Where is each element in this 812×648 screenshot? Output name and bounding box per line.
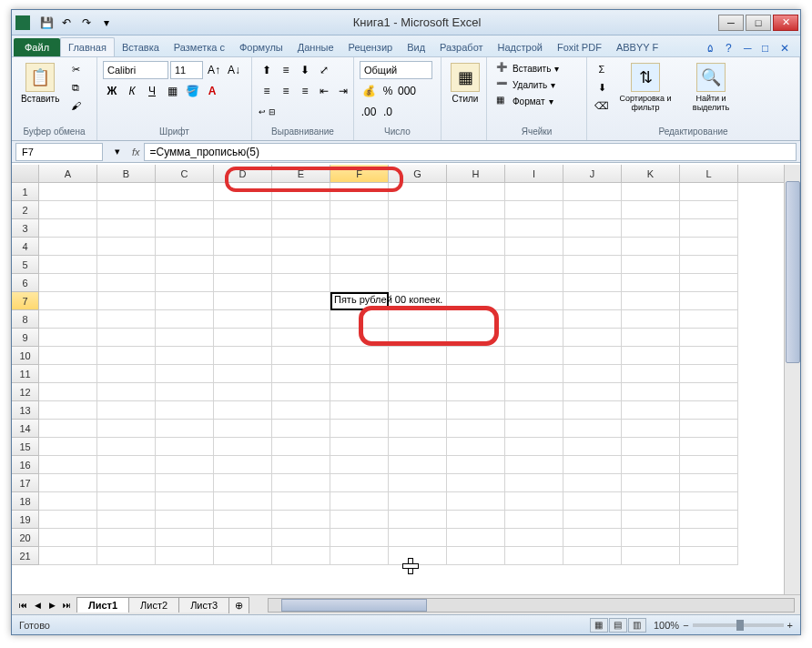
cell-H9[interactable] [447, 329, 505, 347]
cell-J9[interactable] [563, 329, 622, 347]
sheet-nav-next[interactable]: ▶ [45, 598, 59, 613]
cell-D3[interactable] [214, 219, 272, 238]
cell-L6[interactable] [680, 274, 738, 292]
cell-A2[interactable] [39, 201, 97, 219]
cell-D9[interactable] [214, 329, 272, 347]
cell-I18[interactable] [505, 492, 563, 511]
cell-C20[interactable] [156, 529, 214, 547]
row-header-21[interactable]: 21 [12, 547, 39, 565]
percent-button[interactable]: % [379, 82, 397, 100]
column-header-H[interactable]: H [447, 165, 505, 182]
cell-D7[interactable] [214, 292, 272, 310]
cell-F16[interactable] [330, 456, 389, 474]
cell-G2[interactable] [389, 201, 447, 219]
page-layout-view-button[interactable]: ▤ [609, 618, 627, 633]
cell-G1[interactable] [389, 183, 447, 201]
cell-F3[interactable] [330, 219, 389, 238]
cell-H6[interactable] [447, 274, 505, 292]
tab-foxit[interactable]: Foxit PDF [550, 38, 609, 56]
tab-formulas[interactable]: Формулы [232, 38, 290, 56]
cell-I5[interactable] [505, 256, 563, 274]
row-header-11[interactable]: 11 [12, 365, 39, 383]
sheet-nav-last[interactable]: ⏭ [59, 598, 74, 613]
fx-icon[interactable]: fx [132, 147, 140, 157]
cell-A20[interactable] [39, 529, 97, 547]
align-top-button[interactable]: ⬆ [258, 61, 276, 79]
cell-D4[interactable] [214, 238, 272, 256]
cell-K13[interactable] [622, 401, 680, 420]
cell-L5[interactable] [680, 256, 738, 274]
cell-J18[interactable] [563, 492, 622, 511]
cell-D12[interactable] [214, 383, 272, 401]
cell-F18[interactable] [330, 492, 389, 511]
cell-J4[interactable] [563, 238, 622, 256]
cell-F1[interactable] [330, 183, 389, 201]
cell-K6[interactable] [622, 274, 680, 292]
cell-L11[interactable] [680, 365, 738, 383]
cell-E18[interactable] [272, 492, 330, 511]
cell-L16[interactable] [680, 456, 738, 474]
cell-A3[interactable] [39, 219, 97, 238]
column-header-D[interactable]: D [214, 165, 272, 182]
cell-H18[interactable] [447, 492, 505, 511]
sheet-tab-1[interactable]: Лист1 [76, 597, 129, 613]
cell-E7[interactable] [272, 292, 330, 310]
merge-button[interactable]: ⊟ [268, 103, 277, 121]
cell-G6[interactable] [389, 274, 447, 292]
cell-J21[interactable] [563, 547, 622, 565]
cell-G20[interactable] [389, 529, 447, 547]
cell-J13[interactable] [563, 401, 622, 420]
cell-J5[interactable] [563, 256, 622, 274]
cell-K19[interactable] [622, 511, 680, 529]
cell-K20[interactable] [622, 529, 680, 547]
column-header-K[interactable]: K [622, 165, 680, 182]
cell-H19[interactable] [447, 511, 505, 529]
cell-H21[interactable] [447, 547, 505, 565]
horizontal-scrollbar[interactable] [268, 598, 795, 613]
border-button[interactable]: ▦ [163, 82, 181, 100]
cell-L14[interactable] [680, 420, 738, 438]
cell-D13[interactable] [214, 401, 272, 420]
cell-A10[interactable] [39, 347, 97, 365]
cell-J6[interactable] [563, 274, 622, 292]
decrease-decimal-button[interactable]: .0 [379, 103, 397, 121]
save-button[interactable]: 💾 [37, 14, 56, 32]
cell-K2[interactable] [622, 201, 680, 219]
cell-I19[interactable] [505, 511, 563, 529]
cell-K16[interactable] [622, 456, 680, 474]
qat-more-button[interactable]: ▾ [97, 14, 116, 32]
cell-A12[interactable] [39, 383, 97, 401]
cell-J8[interactable] [563, 310, 622, 329]
cell-L8[interactable] [680, 310, 738, 329]
cell-F20[interactable] [330, 529, 389, 547]
column-header-F[interactable]: F [330, 165, 389, 182]
column-header-I[interactable]: I [505, 165, 563, 182]
cell-G3[interactable] [389, 219, 447, 238]
cell-G19[interactable] [389, 511, 447, 529]
cell-C14[interactable] [156, 420, 214, 438]
cell-J14[interactable] [563, 420, 622, 438]
cell-D5[interactable] [214, 256, 272, 274]
cell-K3[interactable] [622, 219, 680, 238]
cell-I4[interactable] [505, 238, 563, 256]
cell-B17[interactable] [97, 474, 156, 492]
cell-D1[interactable] [214, 183, 272, 201]
cell-H14[interactable] [447, 420, 505, 438]
cell-D19[interactable] [214, 511, 272, 529]
window-close-icon[interactable]: ✕ [780, 42, 795, 56]
cell-G18[interactable] [389, 492, 447, 511]
cell-C3[interactable] [156, 219, 214, 238]
cell-B21[interactable] [97, 547, 156, 565]
cell-B14[interactable] [97, 420, 156, 438]
cell-I21[interactable] [505, 547, 563, 565]
cell-D14[interactable] [214, 420, 272, 438]
cell-E2[interactable] [272, 201, 330, 219]
tab-view[interactable]: Вид [400, 38, 432, 56]
cell-K15[interactable] [622, 438, 680, 456]
cell-E20[interactable] [272, 529, 330, 547]
cell-I6[interactable] [505, 274, 563, 292]
cell-C13[interactable] [156, 401, 214, 420]
cell-A13[interactable] [39, 401, 97, 420]
tab-addins[interactable]: Надстрой [491, 38, 550, 56]
cell-A21[interactable] [39, 547, 97, 565]
